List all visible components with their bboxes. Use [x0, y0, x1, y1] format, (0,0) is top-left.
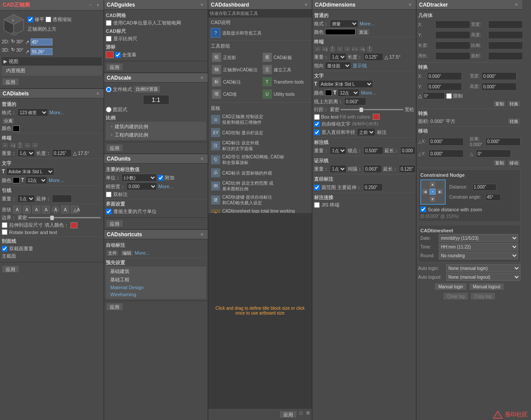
- dim-fill-colorbox[interactable]: [373, 114, 380, 120]
- tracker-move-btn[interactable]: 移动: [507, 159, 521, 166]
- dash-panel-shortcut[interactable]: 捷 CAD快捷键 提供自动标注和CAD检先载入设定: [209, 193, 311, 207]
- cadscale-item-eng[interactable]: + 工程内建的比例: [107, 131, 205, 139]
- tracker-angle-input[interactable]: [423, 92, 445, 99]
- dash-panel-ctrl[interactable]: XY CAD控制 显示栏设定: [209, 126, 311, 139]
- tracker-manual-login-btn[interactable]: Manual login: [434, 283, 467, 290]
- tracker-dist-input[interactable]: [486, 138, 521, 146]
- tracker-perimeter-input[interactable]: [435, 52, 470, 60]
- cadguides-fullscreen-check[interactable]: [115, 52, 121, 58]
- dim-circle-input[interactable]: [363, 183, 383, 191]
- dash-dim-item[interactable]: 标 CAD标注: [210, 76, 260, 88]
- dim-spacing-slider[interactable]: [341, 109, 403, 110]
- flat-checkbox[interactable]: [28, 17, 33, 22]
- cadguides-show-scale-check[interactable]: [106, 36, 112, 42]
- tracker-length-input[interactable]: [435, 42, 470, 49]
- shape-btn-A4[interactable]: A: [42, 206, 50, 214]
- dim-color-box[interactable]: [325, 29, 356, 35]
- dim-arrow-6[interactable]: ←→: [351, 46, 358, 52]
- cadunits-follow-check[interactable]: [106, 209, 112, 214]
- tracker-x-input[interactable]: [435, 21, 470, 28]
- nudge-up-btn[interactable]: ▲: [430, 181, 436, 187]
- cadunits-precision-select[interactable]: 0.000: [126, 182, 157, 190]
- dash-build-item[interactable]: 立 建立工具: [261, 63, 311, 76]
- tracker-autologin-select[interactable]: None (manual login): [446, 264, 521, 272]
- labels-apply-btn[interactable]: 应用: [2, 265, 19, 273]
- tracker-transform-btn[interactable]: 转换: [507, 100, 521, 107]
- tracker-height-input[interactable]: [488, 31, 522, 39]
- nudge-down-btn[interactable]: ▼: [430, 196, 436, 202]
- labels-rotate-check[interactable]: [2, 229, 7, 235]
- cadguides-apply-btn[interactable]: 应用: [106, 63, 123, 71]
- cadunits-more-link[interactable]: More...: [158, 184, 173, 189]
- dim-before-select[interactable]: 之前: [357, 128, 375, 136]
- dash-panel-iso-ctrl[interactable]: ⊙ CAD正轴测 控制设定投射和模拟三维物件: [209, 112, 311, 126]
- tracker-tw-input[interactable]: [482, 72, 517, 80]
- labels-border-slider[interactable]: [28, 217, 101, 218]
- shape-btn-A3[interactable]: A: [32, 206, 40, 214]
- cadshortcuts-settings-btn[interactable]: ≡: [199, 231, 205, 238]
- cadscale-apply-btn[interactable]: 应用: [106, 144, 123, 152]
- dash-panel-guides[interactable]: 引 CAD导引 控制CAD网格, CAD标和全萤幕游标: [209, 153, 311, 167]
- tracker-convert-btn[interactable]: 转换: [507, 118, 521, 125]
- nudge-left-btn[interactable]: ◀: [422, 189, 428, 195]
- arrow-btn-2[interactable]: ←|: [9, 142, 16, 148]
- cadunits-unit-select[interactable]: (小数): [122, 174, 157, 182]
- labels-separate-btn[interactable]: 分离: [2, 117, 15, 124]
- tracker-move-angle-input[interactable]: [476, 150, 511, 158]
- labels-stretch-check[interactable]: [2, 222, 7, 228]
- cadshortcuts-item-wire[interactable]: Wireframing: [107, 291, 205, 298]
- cadunits-settings-btn[interactable]: ≡: [199, 156, 205, 162]
- dashboard-icon-1[interactable]: ◻: [298, 410, 304, 416]
- dim-above-input[interactable]: [344, 98, 366, 105]
- labels-size-select[interactable]: 12点: [25, 176, 47, 184]
- dim-weight-select[interactable]: 1点: [330, 53, 346, 61]
- shape-btn-A5[interactable]: A: [52, 206, 59, 214]
- arrow-btn-3[interactable]: |←: [17, 142, 24, 148]
- dash-panel-dim-extern[interactable]: 注 CAD标注 设定外观标注的文字选项: [209, 139, 311, 153]
- tracker-round-select[interactable]: No rounding: [439, 252, 518, 259]
- tracker-dy-input[interactable]: [429, 150, 464, 158]
- dash-panel-timesheet[interactable]: ⏱ CADtimesheet logs total time workingon…: [209, 207, 311, 213]
- dim-more-link[interactable]: More...: [360, 21, 374, 26]
- dashboard-settings-btn[interactable]: ≡: [303, 2, 309, 8]
- panel-minimize-btn[interactable]: −: [87, 2, 94, 8]
- dim-arrow-8[interactable]: |→: [366, 46, 373, 52]
- dash-wall-item[interactable]: 墙 CAD墙: [210, 88, 260, 100]
- cadshortcuts-more-link[interactable]: More...: [135, 250, 150, 256]
- dim-arrow-3[interactable]: |←: [329, 46, 336, 52]
- dash-iso-item[interactable]: 轴 正轴测\nCAD标注: [210, 63, 260, 76]
- labels-more-link[interactable]: More...: [49, 110, 64, 115]
- labels-font-select[interactable]: Adobe 宋体 Std L: [6, 168, 54, 175]
- dim-jis-check[interactable]: [314, 202, 320, 208]
- cadscale-calc-btn[interactable]: 比例计算器: [133, 85, 161, 93]
- dash-utility-item[interactable]: U Utility tools: [261, 88, 311, 100]
- dash-label-item[interactable]: 签 CAD标籤: [261, 51, 311, 63]
- shape-btn-A7[interactable]: △A: [71, 206, 79, 214]
- nudge-angle-input[interactable]: [486, 194, 501, 201]
- angle-input-1[interactable]: [31, 38, 52, 46]
- tracker-ty-input[interactable]: [427, 83, 462, 91]
- dashboard-select-hint[interactable]: ? 选取提示和导览工具: [209, 27, 311, 39]
- dim-leader-lock-input[interactable]: [363, 147, 383, 154]
- arrow-btn-4[interactable]: ←: [24, 142, 31, 148]
- labels-length-input[interactable]: [52, 149, 72, 157]
- cadunits-attach-check[interactable]: [158, 175, 164, 181]
- cadshortcuts-edit-btn[interactable]: 编辑: [120, 249, 133, 256]
- tracker-copy-btn[interactable]: 复制: [493, 100, 506, 107]
- nudge-center-btn[interactable]: +: [430, 189, 436, 195]
- dim-format-select[interactable]: 测量: [330, 20, 358, 28]
- cadshortcuts-item-material[interactable]: Material Design: [107, 284, 205, 291]
- dashboard-bottom-apply-btn[interactable]: 应用: [279, 410, 297, 418]
- dim-size-select[interactable]: 12点: [338, 89, 360, 97]
- tracker-limit-check[interactable]: [446, 93, 452, 99]
- tracker-dx-input[interactable]: [429, 138, 464, 146]
- dim-indicator-select[interactable]: 最佳面: [325, 62, 351, 70]
- cadscale-file-radio[interactable]: [106, 87, 112, 92]
- dash-panel-scale[interactable]: 例 CAD比例 设定文档范围 或基本图框比例: [209, 179, 311, 193]
- dimensions-settings-btn[interactable]: ≡: [407, 2, 413, 8]
- labels-extend-input[interactable]: [52, 195, 72, 203]
- tracker-time-select[interactable]: HH:mm (11:22): [439, 243, 518, 251]
- dim-insert-circle-check[interactable]: [314, 130, 320, 135]
- cadshortcuts-item-basic-arch[interactable]: 基础建筑: [107, 267, 205, 276]
- dim-more2-link[interactable]: More...: [361, 90, 376, 95]
